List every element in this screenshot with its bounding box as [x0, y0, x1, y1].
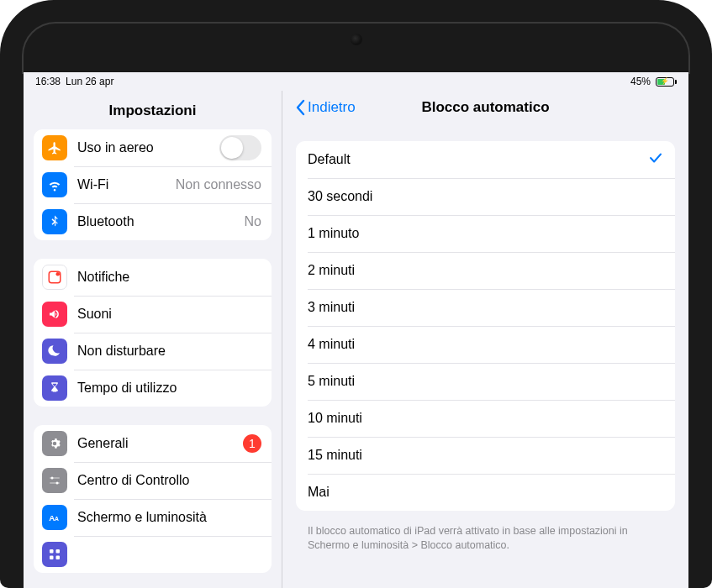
svg-text:A: A [55, 516, 59, 522]
svg-rect-10 [50, 556, 54, 560]
option-label: Mai [308, 485, 330, 500]
row-label: Uso in aereo [77, 140, 219, 155]
checkmark-icon [648, 150, 663, 169]
sidebar-item-partial[interactable] [34, 536, 272, 573]
moon-icon [42, 339, 67, 364]
text-size-icon: AA [42, 505, 67, 530]
option-label: 3 minuti [308, 300, 355, 315]
row-label: Notifiche [77, 270, 261, 285]
camera-dot [351, 34, 362, 45]
option-label: 1 minuto [308, 226, 359, 241]
back-button[interactable]: Indietro [294, 99, 356, 116]
hourglass-icon [42, 375, 67, 401]
status-time: 16:38 [35, 76, 61, 87]
option-3m[interactable]: 3 minuti [296, 289, 675, 326]
row-detail: No [245, 214, 261, 229]
option-label: 15 minuti [308, 448, 362, 463]
sidebar-item-dnd[interactable]: Non disturbare [34, 333, 272, 370]
option-1m[interactable]: 1 minuto [296, 215, 675, 252]
device-frame: 16:38 Lun 26 apr 45% ⚡ Impostazioni [0, 0, 712, 588]
row-label: Non disturbare [77, 344, 261, 359]
sidebar-item-control-center[interactable]: Centro di Controllo [34, 462, 272, 499]
row-label: Tempo di utilizzo [77, 381, 261, 396]
sidebar-item-sounds[interactable]: Suoni [34, 296, 272, 333]
row-label: Bluetooth [77, 214, 245, 229]
option-10m[interactable]: 10 minuti [296, 400, 675, 437]
options-list: Default 30 secondi 1 minuto 2 minuti 3 m… [296, 141, 675, 511]
option-label: Default [308, 152, 351, 167]
airplane-icon [42, 135, 67, 160]
status-date: Lun 26 apr [66, 76, 113, 87]
row-label: Generali [77, 436, 243, 451]
option-label: 10 minuti [308, 411, 362, 426]
detail-pane: Indietro Blocco automatico Default 30 se… [282, 91, 688, 588]
svg-text:A: A [49, 513, 55, 522]
svg-rect-8 [50, 549, 54, 554]
option-default[interactable]: Default [296, 141, 675, 178]
grid-icon [42, 542, 67, 567]
footer-note: Il blocco automatico di iPad verrà attiv… [282, 517, 688, 553]
option-2m[interactable]: 2 minuti [296, 252, 675, 289]
battery-percent: 45% [630, 76, 651, 87]
option-30s[interactable]: 30 secondi [296, 178, 675, 215]
chevron-left-icon [294, 99, 306, 116]
detail-header: Indietro Blocco automatico [282, 91, 688, 126]
option-label: 4 minuti [308, 337, 355, 352]
wifi-icon [42, 172, 67, 197]
sidebar-item-wifi[interactable]: Wi-Fi Non connesso [34, 166, 272, 203]
sliders-icon [42, 468, 67, 493]
settings-sidebar: Impostazioni Uso in aereo Wi- [24, 91, 282, 588]
settings-group: Generali 1 Centro di Controllo AA Scher [34, 425, 272, 573]
sounds-icon [42, 302, 67, 327]
notification-badge: 1 [243, 434, 261, 453]
option-label: 30 secondi [308, 189, 372, 204]
settings-group: Uso in aereo Wi-Fi Non connesso [34, 129, 272, 240]
svg-rect-5 [50, 482, 60, 484]
battery-icon: ⚡ [654, 77, 677, 87]
bluetooth-icon [42, 209, 67, 234]
sidebar-item-screentime[interactable]: Tempo di utilizzo [34, 370, 272, 407]
sidebar-item-airplane[interactable]: Uso in aereo [34, 129, 272, 166]
sidebar-item-notifications[interactable]: Notifiche [34, 259, 272, 296]
screen: 16:38 Lun 26 apr 45% ⚡ Impostazioni [24, 72, 688, 588]
row-detail: Non connesso [176, 177, 261, 192]
option-label: 2 minuti [308, 263, 355, 278]
option-15m[interactable]: 15 minuti [296, 437, 675, 474]
svg-rect-9 [56, 549, 61, 554]
sidebar-item-display[interactable]: AA Schermo e luminosità [34, 499, 272, 536]
row-label: Wi-Fi [77, 177, 176, 192]
sidebar-item-bluetooth[interactable]: Bluetooth No [34, 203, 272, 240]
notifications-icon [42, 265, 67, 290]
row-label: Schermo e luminosità [77, 510, 261, 525]
option-never[interactable]: Mai [296, 474, 675, 511]
svg-point-1 [56, 272, 61, 276]
back-label: Indietro [308, 99, 356, 116]
status-bar: 16:38 Lun 26 apr 45% ⚡ [24, 72, 688, 91]
option-label: 5 minuti [308, 374, 355, 389]
sidebar-item-general[interactable]: Generali 1 [34, 425, 272, 462]
row-label: Suoni [77, 307, 261, 322]
sidebar-title: Impostazioni [24, 91, 282, 129]
row-label: Centro di Controllo [77, 473, 261, 488]
svg-rect-11 [56, 556, 61, 560]
option-5m[interactable]: 5 minuti [296, 363, 675, 400]
option-4m[interactable]: 4 minuti [296, 326, 675, 363]
gear-icon [42, 431, 67, 456]
settings-group: Notifiche Suoni Non disturbare [34, 259, 272, 407]
svg-rect-3 [50, 477, 60, 479]
airplane-switch[interactable] [219, 135, 261, 160]
